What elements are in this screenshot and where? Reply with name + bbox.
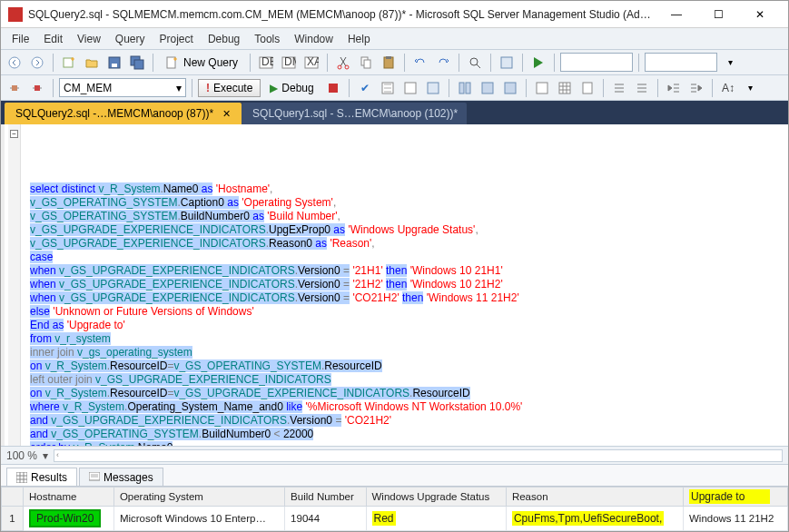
messages-tab[interactable]: Messages xyxy=(79,468,163,486)
uncomment-button[interactable] xyxy=(632,78,652,98)
menu-tools[interactable]: Tools xyxy=(247,30,287,48)
editor-results-pane: − select distinct v_R_System.Name0 as 'H… xyxy=(1,124,788,531)
column-header[interactable]: Hostname xyxy=(24,488,114,507)
client-stats-button[interactable] xyxy=(500,78,520,98)
svg-rect-36 xyxy=(16,472,27,483)
minimize-button[interactable]: — xyxy=(656,2,697,27)
estimated-plan-button[interactable] xyxy=(378,78,398,98)
toolbar-overflow-button[interactable]: ▾ xyxy=(720,53,740,73)
paste-button[interactable] xyxy=(379,53,399,73)
actual-plan-button[interactable] xyxy=(455,78,475,98)
grid-cell[interactable]: Microsoft Windows 10 Enterp… xyxy=(113,507,284,531)
nav-forward-button[interactable] xyxy=(27,53,47,73)
save-all-button[interactable] xyxy=(127,53,147,73)
new-query-button[interactable]: New Query xyxy=(159,53,244,73)
row-number[interactable]: 1 xyxy=(2,507,24,531)
menu-edit[interactable]: Edit xyxy=(36,30,70,48)
column-header[interactable]: Build Number xyxy=(285,488,366,507)
menu-view[interactable]: View xyxy=(70,30,108,48)
open-file-button[interactable] xyxy=(82,53,102,73)
mdx-query-button[interactable]: DMX xyxy=(279,53,299,73)
window-title: SQLQuery2.sql - SQLMEMCM.memcm.com.CM_ME… xyxy=(28,8,656,21)
cut-button[interactable] xyxy=(333,53,353,73)
document-tab-0[interactable]: SQLQuery2.sql -…MEMCM\anoop (87))*✕ xyxy=(5,103,242,124)
save-button[interactable] xyxy=(104,53,124,73)
execute-button[interactable]: ! Execute xyxy=(198,79,261,97)
solution-explorer-button[interactable] xyxy=(497,53,517,73)
results-grid[interactable]: HostnameOperating SystemBuild NumberWind… xyxy=(1,486,788,531)
results-tab[interactable]: Results xyxy=(6,468,77,486)
svg-rect-17 xyxy=(364,60,370,68)
copy-button[interactable] xyxy=(356,53,376,73)
column-header[interactable]: Windows Upgrade Status xyxy=(366,488,506,507)
results-to-file-button[interactable] xyxy=(577,78,597,98)
connect-button[interactable] xyxy=(5,78,25,98)
increase-indent-button[interactable] xyxy=(686,78,706,98)
column-header[interactable]: Reason xyxy=(506,488,683,507)
outline-collapse-toggle[interactable]: − xyxy=(10,130,18,138)
svg-point-15 xyxy=(345,65,349,69)
debug-label: Debug xyxy=(281,82,313,94)
menu-project[interactable]: Project xyxy=(153,30,201,48)
xmla-query-button[interactable]: XA xyxy=(301,53,321,73)
svg-rect-26 xyxy=(405,83,416,94)
solution-platform-combo[interactable] xyxy=(645,53,717,72)
database-combo[interactable]: CM_MEM ▾ xyxy=(59,78,186,97)
results-to-text-button[interactable] xyxy=(532,78,552,98)
solution-config-combo[interactable] xyxy=(560,53,633,72)
debug-button[interactable]: ▶ Debug xyxy=(263,78,320,98)
document-tabs: SQLQuery2.sql -…MEMCM\anoop (87))*✕SQLQu… xyxy=(1,101,788,124)
find-button[interactable] xyxy=(465,53,485,73)
query-options-button[interactable] xyxy=(400,78,420,98)
start-debugging-button[interactable] xyxy=(528,53,548,73)
grid-cell[interactable]: Prod-Win20 xyxy=(24,507,114,531)
outline-gutter xyxy=(8,124,21,446)
menu-file[interactable]: File xyxy=(5,30,36,48)
svg-rect-24 xyxy=(329,84,338,93)
new-query-icon xyxy=(165,55,180,70)
change-connection-button[interactable] xyxy=(27,78,47,98)
menu-debug[interactable]: Debug xyxy=(201,30,247,48)
svg-rect-6 xyxy=(134,60,143,69)
svg-rect-27 xyxy=(428,83,439,94)
app-icon xyxy=(8,7,23,22)
grid-cell[interactable]: 19044 xyxy=(285,507,366,531)
column-header[interactable]: Operating System xyxy=(113,488,284,507)
menu-window[interactable]: Window xyxy=(287,30,340,48)
column-header[interactable]: Upgrade to xyxy=(683,488,787,507)
grid-corner[interactable] xyxy=(2,488,24,507)
redo-button[interactable] xyxy=(433,53,453,73)
grid-cell[interactable]: Red xyxy=(366,507,506,531)
de-query-button[interactable]: DE xyxy=(256,53,276,73)
menu-query[interactable]: Query xyxy=(108,30,153,48)
specify-values-button[interactable]: A↕ xyxy=(718,78,738,98)
grid-cell[interactable]: Windows 11 21H2 xyxy=(683,507,787,531)
close-button[interactable]: ✕ xyxy=(739,2,781,27)
sql-editor[interactable]: − select distinct v_R_System.Name0 as 'H… xyxy=(1,124,788,446)
comment-button[interactable] xyxy=(609,78,629,98)
window-controls: — ☐ ✕ xyxy=(656,2,781,27)
tab-close-icon[interactable]: ✕ xyxy=(221,108,232,120)
results-to-grid-button[interactable] xyxy=(555,78,575,98)
grid-cell[interactable]: CpuFms,Tpm,UefiSecureBoot, xyxy=(506,507,683,531)
minimap-scroll[interactable]: ‹ xyxy=(54,449,783,462)
live-stats-button[interactable] xyxy=(478,78,498,98)
parse-button[interactable]: ✔ xyxy=(355,78,375,98)
toolbar2-overflow-button[interactable]: ▾ xyxy=(741,78,761,98)
new-project-button[interactable] xyxy=(59,53,79,73)
maximize-button[interactable]: ☐ xyxy=(697,2,739,27)
standard-toolbar: New Query DE DMX XA ▾ xyxy=(1,50,788,75)
window-titlebar: SQLQuery2.sql - SQLMEMCM.memcm.com.CM_ME… xyxy=(1,1,788,28)
undo-button[interactable] xyxy=(410,53,430,73)
decrease-indent-button[interactable] xyxy=(664,78,684,98)
cancel-query-button[interactable] xyxy=(323,78,343,98)
intellisense-toggle-button[interactable] xyxy=(423,78,443,98)
zoom-dropdown-icon[interactable]: ▾ xyxy=(43,449,48,462)
document-tab-label: SQLQuery1.sql - S…EMCM\anoop (102))* xyxy=(252,107,458,120)
document-tab-1[interactable]: SQLQuery1.sql - S…EMCM\anoop (102))* xyxy=(242,103,467,124)
zoom-level[interactable]: 100 % xyxy=(6,449,37,462)
play-icon: ▶ xyxy=(270,82,278,94)
nav-back-button[interactable] xyxy=(5,53,25,73)
svg-point-0 xyxy=(9,57,20,68)
menu-help[interactable]: Help xyxy=(340,30,378,48)
